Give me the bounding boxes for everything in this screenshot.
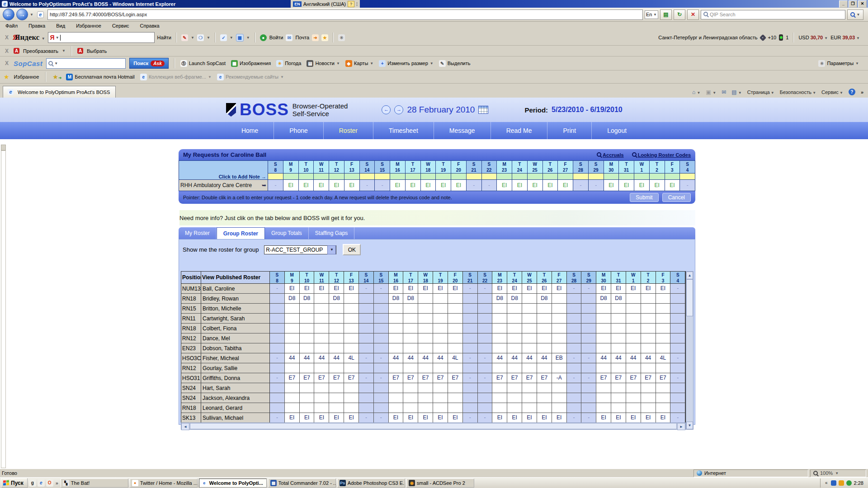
shift-code-cell[interactable]: EI bbox=[448, 284, 463, 294]
sopcast-maps-button[interactable]: ◆Карты▼ bbox=[345, 60, 373, 67]
shift-code-cell[interactable] bbox=[389, 333, 404, 343]
nav-item-message[interactable]: Message bbox=[434, 122, 491, 139]
nav-item-print[interactable]: Print bbox=[547, 122, 591, 139]
shift-code-cell[interactable] bbox=[448, 333, 463, 343]
shift-code-cell[interactable] bbox=[300, 403, 315, 413]
toolbar-chevron-icon[interactable]: » bbox=[55, 480, 59, 486]
add-note-cell[interactable] bbox=[268, 174, 283, 179]
shift-code-cell[interactable] bbox=[478, 333, 493, 343]
scroll-left-icon[interactable]: ◄ bbox=[181, 423, 189, 430]
shift-code-cell[interactable]: 4L bbox=[448, 353, 463, 363]
shift-code-cell[interactable]: EI bbox=[552, 284, 567, 294]
shift-code-cell[interactable] bbox=[433, 304, 448, 314]
request-code-cell[interactable]: EI bbox=[344, 179, 359, 191]
yandex-logo[interactable]: ЯЯндекс ▼ bbox=[13, 33, 45, 42]
shift-code-cell[interactable] bbox=[670, 383, 685, 393]
shift-code-cell[interactable] bbox=[314, 363, 329, 373]
shift-code-cell[interactable] bbox=[581, 314, 596, 324]
shift-code-cell[interactable]: EI bbox=[626, 413, 641, 423]
shift-code-cell[interactable] bbox=[670, 294, 685, 304]
sopcast-search-button[interactable]: Поиск Ask bbox=[129, 58, 168, 69]
shift-code-cell[interactable] bbox=[418, 304, 433, 314]
menu-item-1[interactable]: Правка bbox=[28, 23, 45, 28]
shift-code-cell[interactable]: E7 bbox=[344, 373, 359, 383]
shift-code-cell[interactable]: E7 bbox=[403, 373, 418, 383]
shift-code-cell[interactable]: D8 bbox=[537, 294, 552, 304]
shift-code-cell[interactable]: - bbox=[270, 284, 285, 294]
gear-icon[interactable]: ✳ bbox=[338, 34, 345, 41]
shift-code-cell[interactable] bbox=[270, 314, 285, 324]
sopcast-launch-sopcast-button[interactable]: ⓈLaunch SopCast bbox=[180, 60, 226, 67]
nav-item-home[interactable]: Home bbox=[226, 122, 274, 139]
shift-code-cell[interactable] bbox=[418, 333, 433, 343]
shift-code-cell[interactable] bbox=[374, 403, 389, 413]
shift-code-cell[interactable] bbox=[329, 333, 344, 343]
shift-code-cell[interactable]: - bbox=[478, 373, 493, 383]
shift-code-cell[interactable] bbox=[567, 393, 582, 403]
request-code-cell[interactable]: - bbox=[481, 179, 497, 191]
shift-code-cell[interactable] bbox=[448, 304, 463, 314]
shift-code-cell[interactable] bbox=[463, 304, 478, 314]
toolbar-params[interactable]: ✳ Параметры ▼ bbox=[818, 60, 864, 67]
shift-code-cell[interactable] bbox=[552, 314, 567, 324]
shift-code-cell[interactable] bbox=[270, 393, 285, 403]
usd-rate[interactable]: USD 30,70 ▼ bbox=[798, 35, 828, 40]
shift-code-cell[interactable]: - bbox=[478, 284, 493, 294]
shift-code-cell[interactable] bbox=[552, 403, 567, 413]
nav-item-timesheet[interactable]: Timesheet bbox=[373, 122, 434, 139]
shift-code-cell[interactable] bbox=[581, 363, 596, 373]
command-menu-1[interactable]: Безопасность ▼ bbox=[780, 89, 816, 95]
shift-code-cell[interactable]: 44 bbox=[418, 353, 433, 363]
request-code-cell[interactable]: EI bbox=[435, 179, 451, 191]
shift-code-cell[interactable] bbox=[670, 343, 685, 353]
shift-code-cell[interactable] bbox=[478, 363, 493, 373]
shift-code-cell[interactable]: EI bbox=[403, 284, 418, 294]
shift-code-cell[interactable]: EI bbox=[552, 413, 567, 423]
shift-code-cell[interactable]: - bbox=[374, 413, 389, 423]
shift-code-cell[interactable] bbox=[507, 343, 522, 353]
shift-code-cell[interactable] bbox=[478, 343, 493, 353]
shift-code-cell[interactable]: 44 bbox=[641, 353, 656, 363]
accruals-link[interactable]: Accruals bbox=[597, 152, 623, 158]
shift-code-cell[interactable] bbox=[344, 403, 359, 413]
shift-code-cell[interactable] bbox=[670, 333, 685, 343]
shift-code-cell[interactable]: EI bbox=[448, 413, 463, 423]
shift-code-cell[interactable] bbox=[403, 324, 418, 333]
request-code-cell[interactable]: EI bbox=[390, 179, 405, 191]
language-help-icon[interactable]: ? bbox=[348, 1, 354, 7]
shift-code-cell[interactable] bbox=[300, 333, 315, 343]
shift-code-cell[interactable]: E7 bbox=[285, 373, 300, 383]
shift-code-cell[interactable] bbox=[670, 314, 685, 324]
shift-code-cell[interactable] bbox=[389, 304, 404, 314]
shift-code-cell[interactable] bbox=[492, 393, 507, 403]
shift-code-cell[interactable] bbox=[567, 403, 582, 413]
shift-code-cell[interactable] bbox=[670, 363, 685, 373]
shift-code-cell[interactable] bbox=[448, 403, 463, 413]
request-code-cell[interactable]: EI bbox=[604, 179, 619, 191]
shift-code-cell[interactable]: - bbox=[359, 413, 374, 423]
shift-code-cell[interactable] bbox=[611, 403, 626, 413]
add-note-cell[interactable] bbox=[481, 174, 497, 179]
shift-code-cell[interactable]: EI bbox=[389, 413, 404, 423]
shift-code-cell[interactable]: EI bbox=[522, 284, 537, 294]
request-code-cell[interactable]: EI bbox=[405, 179, 420, 191]
shift-code-cell[interactable]: E7 bbox=[433, 373, 448, 383]
yandex-mail[interactable]: Почта bbox=[295, 35, 309, 40]
bubble-icon[interactable]: ❍ bbox=[197, 34, 204, 41]
scroll-up-icon[interactable]: ▲ bbox=[686, 272, 693, 279]
cancel-button[interactable]: Cancel bbox=[662, 193, 691, 202]
shift-code-cell[interactable]: EI bbox=[522, 413, 537, 423]
shift-code-cell[interactable] bbox=[537, 343, 552, 353]
sopcast-news-button[interactable]: ▤Новости▼ bbox=[307, 60, 340, 67]
shift-code-cell[interactable] bbox=[314, 393, 329, 403]
shift-code-cell[interactable] bbox=[329, 304, 344, 314]
add-note-cell[interactable] bbox=[496, 174, 512, 179]
address-lang-dropdown[interactable]: En ▼ bbox=[645, 10, 658, 19]
shift-code-cell[interactable] bbox=[507, 363, 522, 373]
task-button-the-bat[interactable]: ▚The Bat! bbox=[61, 479, 128, 488]
shift-code-cell[interactable] bbox=[522, 363, 537, 373]
shift-code-cell[interactable]: E7 bbox=[596, 373, 611, 383]
shift-code-cell[interactable]: D8 bbox=[403, 294, 418, 304]
shift-code-cell[interactable] bbox=[359, 324, 374, 333]
shift-code-cell[interactable] bbox=[626, 324, 641, 333]
